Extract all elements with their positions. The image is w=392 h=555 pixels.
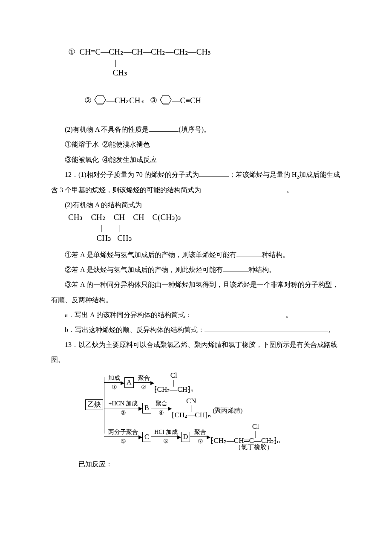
arrow-4-bot: ④ xyxy=(159,410,164,416)
node-B: B xyxy=(142,403,151,413)
scheme-row-3: 两分子聚合 ▶ ⑤ C HCl 加成 ▶ ⑥ D 聚合 ▶ ⑦ xyxy=(104,422,280,451)
arrow-2-top: 聚合 xyxy=(138,375,150,381)
q12-formula-A: CH₃—CH₂—CH—CH—C(CH₃)₃ | | CH₃ CH₃ xyxy=(51,212,341,244)
q12-p1b: ；若该烯烃与足量的 H xyxy=(229,171,297,178)
product-3: Cl | ⁅CH₂—CH═C—CH₂⁆ₙ （氯丁橡胶） xyxy=(210,423,280,450)
q13-known: 已知反应： xyxy=(51,457,341,471)
arrow-7-top: 聚合 xyxy=(194,429,206,435)
arrow-7: 聚合 ▶ ⑦ xyxy=(190,429,210,445)
hexagon-icon xyxy=(94,94,107,108)
q12-sub2: ②若 A 是炔烃与氢气加成后的产物，则此炔烃可能有种结构。 xyxy=(51,262,341,277)
arrow-5-bot: ⑤ xyxy=(121,438,126,445)
q11-opt-1: ①能溶于水 xyxy=(65,141,99,148)
arrow-6-top: HCl 加成 xyxy=(154,429,178,435)
product-2: CN | ⁅CH₂—CH⁆ₙ (聚丙烯腈) xyxy=(172,398,242,418)
q11-options-top: ① CH≡C—CH₂—CH—CH₂—CH₂—CH₃ | CH₃ ② —CH₂CH… xyxy=(51,47,341,119)
q12-sub1: ①若 A 是单烯烃与氢气加成后的产物，则该单烯烃可能有种结构。 xyxy=(51,247,341,262)
fill-blank[interactable] xyxy=(201,184,286,192)
q12-formula-l3: CH₃ CH₃ xyxy=(68,233,341,244)
q11-opt2-prefix: ② xyxy=(84,95,94,104)
fill-blank[interactable] xyxy=(149,124,179,132)
product-1-group: Cl | ⁅CH₂—CH⁆ₙ xyxy=(154,372,193,393)
product-2-main: ⁅CH₂—CH⁆ₙ xyxy=(172,412,211,419)
arrow-2-bot: ② xyxy=(141,384,147,390)
fill-blank[interactable] xyxy=(236,249,262,257)
q11-opt1-line1: ① CH≡C—CH₂—CH—CH₂—CH₂—CH₃ xyxy=(68,47,341,58)
product-1-main: ⁅CH₂—CH⁆ₙ xyxy=(154,386,193,393)
q12-p1d: 。 xyxy=(286,186,293,194)
arrow-5: 两分子聚合 ▶ ⑤ xyxy=(104,429,142,445)
q12-sub3: ③若 A 的一种同分异构体只能由一种烯烃加氢得到，且该烯烃是一个非常对称的分子构… xyxy=(51,277,341,307)
q12-sa: a．写出 A 的该种同分异构体的结构简式： xyxy=(65,311,192,318)
q12-sub-a: a．写出 A 的该种同分异构体的结构简式：。 xyxy=(51,307,341,322)
node-D: D xyxy=(181,432,190,442)
q12-formula-l2: | | xyxy=(68,223,341,234)
product-3-name: （氯丁橡胶） xyxy=(235,444,273,450)
q11-opt-3: ③能被氧化 xyxy=(65,156,99,163)
q11-opt-2: ②能使溴水褪色 xyxy=(102,141,150,148)
start-node: 乙炔 xyxy=(85,399,103,410)
arrow-6-bot: ⑥ xyxy=(163,438,169,445)
q13-intro: 13．以乙炔为主要原料可以合成聚氯乙烯、聚丙烯腈和氯丁橡胶，下图所示是有关合成路… xyxy=(51,337,341,367)
product-2-group: CN | ⁅CH₂—CH⁆ₙ xyxy=(172,398,211,418)
q12-part2-head: (2)有机物 A 的结构简式为 xyxy=(51,197,341,212)
q12-sub-b: b．写出这种烯烃的顺、反异构体的结构简式：。 xyxy=(51,322,341,337)
fill-blank[interactable] xyxy=(223,264,248,272)
arrow-6: HCl 加成 ▶ ⑥ xyxy=(151,429,181,445)
arrow-3-top: +HCN 加成 xyxy=(109,400,138,407)
product-1: Cl | ⁅CH₂—CH⁆ₙ xyxy=(154,372,193,393)
q11-part2-opts12: ①能溶于水 ②能使溴水褪色 xyxy=(51,137,341,152)
node-A: A xyxy=(124,377,134,387)
q12-formula-l1: CH₃—CH₂—CH—CH—C(CH₃)₃ xyxy=(68,212,341,223)
arrow-7-bot: ⑦ xyxy=(198,438,203,445)
q12-s2b: 种结构。 xyxy=(248,266,276,273)
arrow-1-bot: ① xyxy=(112,384,117,390)
fill-blank[interactable] xyxy=(199,169,229,177)
q11-part2-prefix: (2)有机物 A 不具备的性质是 xyxy=(65,126,149,133)
q12-p1a: 12．(1)相对分子质量为 70 的烯烃的分子式为 xyxy=(65,171,199,178)
arrow-2: 聚合 ▶ ② xyxy=(134,375,154,390)
q11-part2-opts34: ③能被氧化 ④能发生加成反应 xyxy=(51,152,341,167)
q11-opt1-line3: CH₃ xyxy=(68,68,341,78)
product-3-main: ⁅CH₂—CH═C—CH₂⁆ₙ xyxy=(210,437,280,444)
hexagon-icon xyxy=(159,94,172,108)
product-3-group: Cl | ⁅CH₂—CH═C—CH₂⁆ₙ （氯丁橡胶） xyxy=(210,423,280,450)
q11-opt2-tail: —CH₂CH₃ xyxy=(107,95,144,104)
q12-s1b: 种结构。 xyxy=(262,251,289,258)
arrow-4-top: 聚合 xyxy=(156,400,167,407)
arrow-3: +HCN 加成 ▶ ③ xyxy=(104,400,142,416)
q11-opt1-line2: | xyxy=(68,58,341,68)
fill-blank[interactable] xyxy=(192,309,285,317)
arrow-4: 聚合 ▶ ④ xyxy=(151,400,172,416)
svg-marker-0 xyxy=(95,95,106,104)
scheme-row-1: 加成 ▶ ① A 聚合 ▶ ② Cl | ⁅CH₂—CH⁆ₙ xyxy=(104,371,193,393)
q12-s2a: ②若 A 是炔烃与氢气加成后的产物，则此炔烃可能有 xyxy=(65,266,223,273)
arrow-1: 加成 ▶ ① xyxy=(104,375,124,390)
q11-part2: (2)有机物 A 不具备的性质是(填序号)。 xyxy=(51,122,341,137)
q11-opt-4: ④能发生加成反应 xyxy=(102,156,157,163)
node-C: C xyxy=(142,432,151,442)
q12-s1a: ①若 A 是单烯烃与氢气加成后的产物，则该单烯烃可能有 xyxy=(65,251,236,258)
q11-opt3-tail: —C≡CH xyxy=(172,95,202,104)
product-2-name: (聚丙烯腈) xyxy=(213,407,242,414)
synthesis-scheme: 乙炔 加成 ▶ ① A 聚合 ▶ ② xyxy=(85,367,341,448)
arrow-5-top: 两分子聚合 xyxy=(108,429,138,435)
arrow-3-bot: ③ xyxy=(121,410,126,416)
arrow-1-top: 加成 xyxy=(108,375,120,381)
q12-part1: 12．(1)相对分子质量为 70 的烯烃的分子式为；若该烯烃与足量的 H2加成后… xyxy=(51,167,341,197)
fill-blank[interactable] xyxy=(205,324,328,332)
svg-marker-2 xyxy=(160,95,171,104)
scheme-row-2: +HCN 加成 ▶ ③ B 聚合 ▶ ④ CN | ⁅CH₂— xyxy=(104,397,242,419)
q11-opt3-prefix: ③ xyxy=(144,95,159,104)
q11-part2-suffix: (填序号)。 xyxy=(179,126,210,133)
q12-sb: b．写出这种烯烃的顺、反异构体的结构简式： xyxy=(65,326,205,333)
q11-opt23-row: ② —CH₂CH₃ ③ —C≡CH xyxy=(68,84,341,119)
